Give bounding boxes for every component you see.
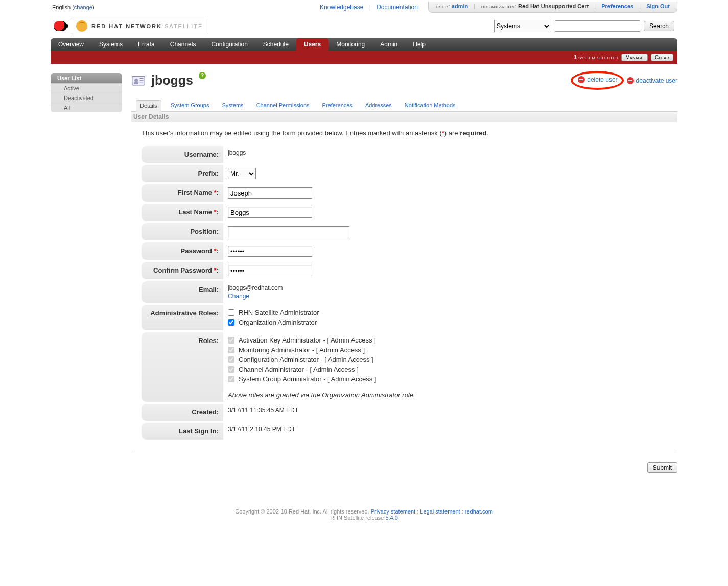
password-input[interactable] <box>228 246 312 257</box>
tab-details[interactable]: Details <box>136 100 161 112</box>
change-email-link[interactable]: Change <box>228 292 423 300</box>
email-value: jboggs@redhat.com <box>228 284 283 291</box>
search-scope-select[interactable]: Systems <box>494 20 551 32</box>
signout-link[interactable]: Sign Out <box>646 3 670 9</box>
channel-admin-checkbox <box>228 366 234 373</box>
org-admin-checkbox[interactable] <box>228 319 234 326</box>
prefix-select[interactable]: Mr. <box>228 168 256 179</box>
label-created: Created: <box>142 404 223 421</box>
configuration-admin-checkbox <box>228 356 234 363</box>
org-value: Red Hat Unsupported Cert <box>518 3 589 9</box>
configuration-admin-label: Configuration Administrator - [ Admin Ac… <box>239 356 373 363</box>
activation-key-admin-checkbox <box>228 337 234 344</box>
main-nav: Overview Systems Errata Channels Configu… <box>51 38 677 51</box>
org-label: organization: <box>481 3 516 9</box>
minus-icon <box>627 77 634 84</box>
svg-rect-0 <box>132 76 145 85</box>
nav-users[interactable]: Users <box>296 38 328 51</box>
rhn-satellite-admin-label: RHN Satellite Administrator <box>239 309 319 316</box>
minus-icon <box>578 76 585 83</box>
sidebar-header: User List <box>51 73 122 83</box>
selection-count: 1 system selected <box>574 54 618 60</box>
change-language-link[interactable]: change <box>74 4 92 10</box>
preferences-link[interactable]: Preferences <box>601 3 633 9</box>
selection-bar: 1 system selected Manage Clear <box>51 51 677 64</box>
sidebar-item-all[interactable]: All <box>51 103 122 112</box>
deactivate-user-link[interactable]: deactivate user <box>627 76 677 85</box>
nav-channels[interactable]: Channels <box>162 38 204 51</box>
label-prefix: Prefix: <box>142 165 223 182</box>
language-label: English ( <box>52 4 74 10</box>
label-email: Email: <box>142 281 223 303</box>
rhn-satellite-admin-checkbox[interactable] <box>228 309 234 316</box>
page-title: jboggs <box>151 73 193 88</box>
position-input[interactable] <box>228 226 349 237</box>
last-name-input[interactable] <box>228 207 312 218</box>
value-created: 3/17/11 11:35:45 AM EDT <box>223 404 428 421</box>
label-roles: Roles: <box>142 332 223 402</box>
redhat-icon <box>54 21 67 31</box>
tab-systems[interactable]: Systems <box>218 100 247 111</box>
label-admin-roles: Administrative Roles: <box>142 305 223 330</box>
roles-note: Above roles are granted via the Organiza… <box>228 384 423 399</box>
monitoring-admin-checkbox <box>228 347 234 353</box>
nav-errata[interactable]: Errata <box>130 38 162 51</box>
redhat-link[interactable]: redhat.com <box>465 508 493 515</box>
clear-button[interactable]: Clear <box>651 54 673 61</box>
section-header: User Details <box>131 112 677 122</box>
content: jboggs ? delete user deactivate user Det… <box>131 73 677 473</box>
delete-user-link[interactable]: delete user <box>578 76 617 83</box>
first-name-input[interactable] <box>228 187 312 199</box>
monitoring-admin-label: Monitoring Administrator - [ Admin Acces… <box>239 346 365 354</box>
label-first-name: First Name *: <box>142 184 223 202</box>
org-admin-label: Organization Administrator <box>239 319 317 326</box>
nav-admin[interactable]: Admin <box>372 38 405 51</box>
logo-box: ⌒ RED HAT NETWORK SATELLITE <box>71 18 208 34</box>
tab-channel-permissions[interactable]: Channel Permissions <box>253 100 313 111</box>
manage-button[interactable]: Manage <box>621 54 648 61</box>
svg-rect-2 <box>134 82 138 84</box>
label-last-signin: Last Sign In: <box>142 423 223 440</box>
nav-overview[interactable]: Overview <box>51 38 91 51</box>
nav-configuration[interactable]: Configuration <box>203 38 255 51</box>
nav-systems[interactable]: Systems <box>91 38 130 51</box>
tab-preferences[interactable]: Preferences <box>319 100 356 111</box>
search-input[interactable] <box>555 20 640 32</box>
label-username: Username: <box>142 146 223 163</box>
value-username: jboggs <box>223 146 428 163</box>
confirm-password-input[interactable] <box>228 265 312 276</box>
tab-notification-methods[interactable]: Notification Methods <box>401 100 459 111</box>
legal-link[interactable]: Legal statement <box>420 508 460 515</box>
language-selector: English (change) <box>51 4 95 10</box>
knowledgebase-link[interactable]: Knowledgebase <box>320 4 363 11</box>
user-org-bar: user: admin | organization: Red Hat Unsu… <box>428 2 677 13</box>
sidebar-item-deactivated[interactable]: Deactivated <box>51 93 122 103</box>
satellite-icon: ⌒ <box>76 20 87 32</box>
nav-monitoring[interactable]: Monitoring <box>328 38 372 51</box>
user-list-box: User List Active Deactivated All <box>51 73 122 112</box>
nav-help[interactable]: Help <box>405 38 433 51</box>
page-actions: delete user deactivate user <box>578 76 677 85</box>
user-card-icon <box>131 74 146 88</box>
search-button[interactable]: Search <box>644 21 674 31</box>
sysgroup-admin-label: System Group Administrator - [ Admin Acc… <box>239 375 376 383</box>
current-user-link[interactable]: admin <box>452 3 468 9</box>
sidebar-item-active[interactable]: Active <box>51 83 122 93</box>
help-icon[interactable]: ? <box>199 72 206 79</box>
logo: ⌒ RED HAT NETWORK SATELLITE <box>54 18 208 34</box>
privacy-link[interactable]: Privacy statement <box>371 508 415 515</box>
release-version[interactable]: 5.4.0 <box>385 515 397 521</box>
sysgroup-admin-checkbox <box>228 376 234 382</box>
footer: Copyright © 2002-10 Red Hat, Inc. All ri… <box>51 473 677 541</box>
label-position: Position: <box>142 223 223 240</box>
activation-key-admin-label: Activation Key Administrator - [ Admin A… <box>239 336 376 344</box>
submit-button[interactable]: Submit <box>647 462 677 473</box>
tab-addresses[interactable]: Addresses <box>362 100 395 111</box>
value-last-signin: 3/17/11 2:10:45 PM EDT <box>223 423 428 440</box>
label-password: Password *: <box>142 242 223 260</box>
documentation-link[interactable]: Documentation <box>377 4 418 11</box>
release-label: RHN Satellite release <box>330 515 385 521</box>
nav-schedule[interactable]: Schedule <box>255 38 296 51</box>
copyright-text: Copyright © 2002-10 Red Hat, Inc. All ri… <box>235 508 369 515</box>
tab-system-groups[interactable]: System Groups <box>167 100 213 111</box>
